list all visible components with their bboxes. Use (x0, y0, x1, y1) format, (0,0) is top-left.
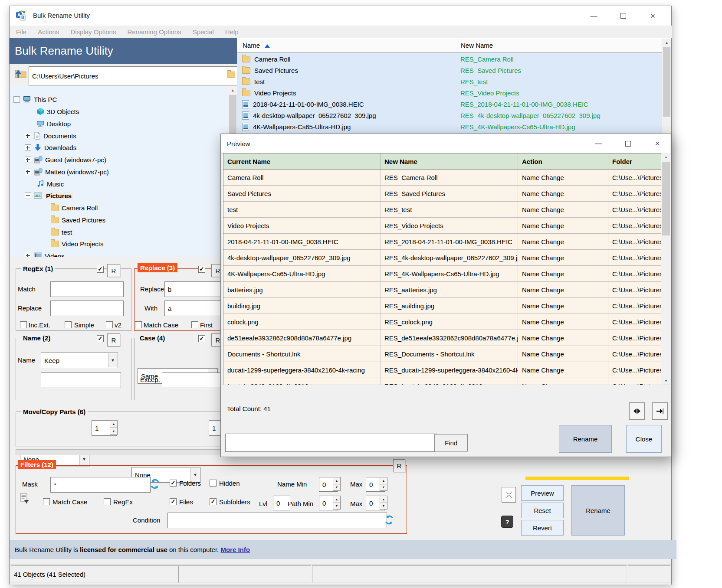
name-extra-input[interactable] (41, 372, 121, 388)
name-reset-button[interactable]: R (107, 333, 120, 346)
column-new-name[interactable]: New Name (381, 154, 518, 169)
tree-item-pictures[interactable]: Pictures (25, 189, 73, 202)
filters-folders-checkbox[interactable]: ✓ (170, 480, 177, 487)
preview-row[interactable]: building.jpgRES_auilding.jpgName ChangeC… (223, 298, 661, 314)
find-button[interactable]: Find (434, 434, 468, 451)
menu-file[interactable]: File (10, 28, 32, 36)
menu-renaming-options[interactable]: Renaming Options (121, 28, 187, 36)
file-row[interactable]: 2018-04-21-11-01-00-IMG_0038.HEIC RES_20… (237, 98, 662, 110)
expand-icon[interactable] (25, 133, 31, 139)
file-row[interactable]: 4k-desktop-wallpaper_065227602_309.jpg R… (237, 110, 662, 121)
preview-title-bar[interactable]: Preview — × (221, 134, 670, 154)
filters-name-min-stepper[interactable]: ▲▼ (333, 477, 341, 491)
path-input[interactable]: C:\Users\User\Pictures (29, 66, 238, 85)
name-dropdown[interactable]: Keep ▼ (41, 353, 118, 368)
status-grip[interactable] (628, 565, 670, 583)
tree-item-saved-pictures[interactable]: Saved Pictures (48, 214, 105, 226)
preview-row[interactable]: de51eeafe3932862c908d80a78a6477e.jpgRES_… (223, 330, 661, 346)
preview-row[interactable]: testRES_testName ChangeC:\Use...\Picture… (223, 202, 661, 218)
filters-reset-button[interactable]: R (393, 459, 405, 472)
column-current-name[interactable]: Current Name (223, 154, 381, 169)
replace-with-input[interactable]: a (164, 301, 228, 316)
file-row[interactable]: 4K-Wallpapers-Cs65-Ultra-HD.jpg RES_4K-W… (237, 121, 662, 132)
case-enabled-checkbox[interactable]: ✓ (198, 335, 205, 342)
preview-row[interactable]: Saved PicturesRES_Saved PicturesName Cha… (223, 186, 661, 202)
tree-item-test[interactable]: test (48, 226, 72, 238)
more-info-link[interactable]: More Info (220, 546, 250, 553)
menu-help[interactable]: Help (220, 28, 244, 36)
regex-v2-checkbox[interactable] (106, 321, 113, 328)
minimize-icon[interactable]: — (584, 6, 604, 26)
expand-icon[interactable] (25, 157, 31, 163)
preview-button[interactable]: Preview (521, 485, 564, 501)
close-icon[interactable]: × (648, 134, 667, 153)
refresh-icon[interactable] (384, 514, 395, 526)
tree-item-guest[interactable]: Guest (windows7-pc) (25, 154, 106, 166)
move-from-count-stepper[interactable]: ▲▼ (110, 420, 118, 435)
tree-item-this-pc[interactable]: This PC (13, 93, 57, 105)
tree-item-3d-objects[interactable]: 3D Objects (34, 105, 79, 118)
regex-enabled-checkbox[interactable]: ✓ (97, 266, 104, 273)
collapse-panels-button[interactable] (502, 487, 516, 503)
filters-subfolders-checkbox[interactable]: ✓ (210, 498, 217, 505)
minimize-icon[interactable]: — (589, 134, 608, 153)
refresh-icon[interactable] (149, 478, 161, 490)
preview-row[interactable]: colock.pngRES_colock.pngName ChangeC:\Us… (223, 314, 661, 330)
revert-button[interactable]: Revert (521, 520, 564, 536)
collapse-icon[interactable] (13, 96, 20, 103)
tree-item-camera-roll[interactable]: Camera Roll (48, 202, 98, 214)
chevron-down-icon[interactable]: ▼ (108, 353, 117, 367)
reset-button[interactable]: Reset (521, 503, 564, 518)
find-input[interactable] (225, 434, 437, 452)
replace-enabled-checkbox[interactable]: ✓ (198, 266, 205, 273)
filters-mask-input[interactable]: * (50, 477, 151, 493)
filters-path-min-stepper[interactable]: ▲▼ (333, 496, 341, 510)
title-bar[interactable]: AB Bulk Rename Utility — × (10, 6, 671, 26)
tree-item-downloads[interactable]: Downloads (25, 141, 76, 154)
browse-folder-icon[interactable] (227, 72, 235, 79)
menu-actions[interactable]: Actions (32, 28, 65, 36)
preview-row[interactable]: ducati-1299-superleggera-3840x2160-4k-ra… (223, 362, 661, 378)
regex-incext-checkbox[interactable] (20, 321, 27, 328)
replace-input[interactable]: b (164, 281, 228, 297)
preview-row[interactable]: batteries.jpgRES_aatteries.jpgName Chang… (223, 282, 661, 298)
preview-row[interactable]: 4K-Wallpapers-Cs65-Ultra-HD.jpgRES_4K-Wa… (223, 266, 661, 282)
dialog-close-button[interactable]: Close (626, 425, 662, 453)
collapse-icon[interactable] (25, 193, 31, 199)
scroll-up-icon[interactable]: ▲ (661, 153, 671, 161)
tree-item-music[interactable]: Music (34, 178, 64, 190)
folder-up-icon[interactable] (14, 66, 27, 79)
tree-item-video-projects[interactable]: Video Projects (48, 238, 103, 250)
scroll-thumb[interactable] (662, 162, 670, 235)
menu-special[interactable]: Special (187, 28, 220, 36)
column-name[interactable]: Name (243, 42, 260, 49)
expand-icon[interactable] (25, 144, 31, 151)
file-row[interactable]: Camera Roll RES_Camera Roll (237, 53, 662, 65)
filter-funnel-icon[interactable] (20, 493, 30, 504)
filters-path-max-stepper[interactable]: ▲▼ (380, 496, 387, 510)
filters-regex-checkbox[interactable] (104, 498, 111, 505)
filters-name-max-stepper[interactable]: ▲▼ (380, 477, 387, 491)
column-folder[interactable]: Folder (608, 154, 661, 169)
column-action[interactable]: Action (518, 154, 608, 169)
preview-row[interactable]: Video ProjectsRES_Video ProjectsName Cha… (223, 218, 661, 234)
help-button[interactable]: ? (501, 516, 513, 528)
preview-row[interactable]: Documents - Shortcut.lnkRES_Documents - … (223, 346, 661, 362)
regex-match-input[interactable] (50, 281, 124, 297)
expand-icon[interactable] (25, 169, 31, 175)
scroll-up-icon[interactable]: ▲ (662, 39, 671, 46)
regex-replace-input[interactable] (50, 301, 124, 316)
preview-row[interactable]: 4k-desktop-wallpaper_065227602_309.jpgRE… (223, 250, 661, 266)
tree-item-desktop[interactable]: Desktop (34, 118, 71, 130)
name-enabled-checkbox[interactable]: ✓ (97, 335, 104, 342)
preview-row[interactable]: Camera RollRES_Camera RollName ChangeC:\… (223, 170, 661, 186)
close-icon[interactable]: × (643, 6, 663, 26)
tree-item-documents[interactable]: Documents (25, 130, 76, 142)
file-row[interactable]: test RES_test (237, 76, 662, 87)
maximize-icon[interactable] (618, 134, 637, 153)
preview-scrollbar[interactable]: ▲ ▼ (661, 153, 671, 385)
menu-display-options[interactable]: Display Options (65, 28, 121, 36)
scroll-up-icon[interactable]: ▲ (228, 86, 237, 94)
column-divider[interactable] (457, 39, 457, 52)
filters-condition-input[interactable] (167, 513, 387, 528)
